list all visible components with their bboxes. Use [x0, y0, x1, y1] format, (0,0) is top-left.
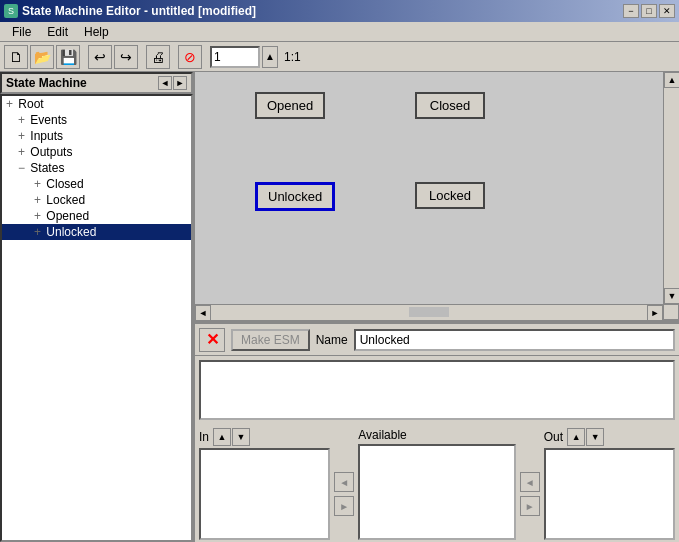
- available-section: Available: [358, 428, 516, 540]
- tree-header-label: State Machine: [6, 76, 87, 90]
- bottom-panel: ✕ Make ESM Name In ▲ ▼: [195, 322, 679, 542]
- move-from-out-button[interactable]: ►: [520, 496, 540, 516]
- opened-expand-icon: +: [34, 209, 41, 223]
- tree-header: State Machine ◄ ►: [0, 72, 193, 94]
- scroll-track-horizontal: [211, 305, 647, 320]
- tree-item-inputs[interactable]: + Inputs: [2, 128, 191, 144]
- delete-button[interactable]: ✕: [199, 328, 225, 352]
- state-closed-label: Closed: [430, 98, 470, 113]
- tree-item-opened[interactable]: + Opened: [2, 208, 191, 224]
- states-label: States: [30, 161, 64, 175]
- tree-item-locked[interactable]: + Locked: [2, 192, 191, 208]
- title-text: State Machine Editor - untitled [modifie…: [22, 4, 256, 18]
- delete-icon: ✕: [206, 330, 219, 349]
- state-locked[interactable]: Locked: [415, 182, 485, 209]
- available-list[interactable]: [358, 444, 516, 540]
- new-button[interactable]: 🗋: [4, 45, 28, 69]
- title-bar-left: S State Machine Editor - untitled [modif…: [4, 4, 256, 18]
- zoom-arrow-button[interactable]: ▲: [262, 46, 278, 68]
- title-buttons: − □ ✕: [623, 4, 675, 18]
- left-panel: State Machine ◄ ► + Root + Events + Inpu…: [0, 72, 195, 542]
- out-up-button[interactable]: ▲: [567, 428, 585, 446]
- in-label: In: [199, 430, 209, 444]
- out-header-row: Out ▲ ▼: [544, 428, 675, 446]
- in-down-button[interactable]: ▼: [232, 428, 250, 446]
- menu-edit[interactable]: Edit: [39, 23, 76, 41]
- scroll-right-button[interactable]: ►: [647, 305, 663, 321]
- maximize-button[interactable]: □: [641, 4, 657, 18]
- main-content: State Machine ◄ ► + Root + Events + Inpu…: [0, 72, 679, 542]
- states-expand-icon: −: [18, 161, 25, 175]
- canvas-area[interactable]: Opened Closed Unlocked Locked ▲ ▼: [195, 72, 679, 322]
- menu-file[interactable]: File: [4, 23, 39, 41]
- scroll-down-button[interactable]: ▼: [664, 288, 679, 304]
- in-arrows: ▲ ▼: [213, 428, 250, 446]
- tree-item-states[interactable]: − States: [2, 160, 191, 176]
- state-unlocked-label: Unlocked: [268, 189, 322, 204]
- make-esm-button[interactable]: Make ESM: [231, 329, 310, 351]
- toolbar: 🗋 📂 💾 ↩ ↪ 🖨 ⊘ ▲ 1:1: [0, 42, 679, 72]
- locked-expand-icon: +: [34, 193, 41, 207]
- out-down-button[interactable]: ▼: [586, 428, 604, 446]
- right-panel: Opened Closed Unlocked Locked ▲ ▼: [195, 72, 679, 542]
- out-label: Out: [544, 430, 563, 444]
- locked-label: Locked: [46, 193, 85, 207]
- scroll-up-button[interactable]: ▲: [664, 72, 679, 88]
- closed-expand-icon: +: [34, 177, 41, 191]
- move-from-in-button[interactable]: ►: [334, 496, 354, 516]
- out-arrows: ▲ ▼: [567, 428, 604, 446]
- available-label: Available: [358, 428, 406, 442]
- mid-arrows-right: ◄ ►: [520, 428, 540, 540]
- menu-bar: File Edit Help: [0, 22, 679, 42]
- move-to-in-button[interactable]: ◄: [334, 472, 354, 492]
- outputs-label: Outputs: [30, 145, 72, 159]
- bottom-lists-area: In ▲ ▼ ◄ ► Available: [195, 424, 679, 542]
- in-section: In ▲ ▼: [199, 428, 330, 540]
- root-expand-icon: +: [6, 97, 13, 111]
- out-list[interactable]: [544, 448, 675, 540]
- outputs-expand-icon: +: [18, 145, 25, 159]
- tree-item-closed[interactable]: + Closed: [2, 176, 191, 192]
- minimize-button[interactable]: −: [623, 4, 639, 18]
- save-button[interactable]: 💾: [56, 45, 80, 69]
- events-label: Events: [30, 113, 67, 127]
- state-closed[interactable]: Closed: [415, 92, 485, 119]
- tree-header-btn1[interactable]: ◄: [158, 76, 172, 90]
- bottom-code-area[interactable]: [199, 360, 675, 420]
- move-to-out-button[interactable]: ◄: [520, 472, 540, 492]
- unlocked-expand-icon: +: [34, 225, 41, 239]
- in-list[interactable]: [199, 448, 330, 540]
- redo-button[interactable]: ↪: [114, 45, 138, 69]
- events-expand-icon: +: [18, 113, 25, 127]
- state-unlocked[interactable]: Unlocked: [255, 182, 335, 211]
- canvas-scrollbar-vertical[interactable]: ▲ ▼: [663, 72, 679, 304]
- state-opened[interactable]: Opened: [255, 92, 325, 119]
- name-input[interactable]: [354, 329, 675, 351]
- bottom-toolbar: ✕ Make ESM Name: [195, 324, 679, 356]
- menu-help[interactable]: Help: [76, 23, 117, 41]
- zoom-label: 1:1: [280, 50, 305, 64]
- scroll-track-vertical: [664, 88, 679, 288]
- tree-item-events[interactable]: + Events: [2, 112, 191, 128]
- tree-header-btn2[interactable]: ►: [173, 76, 187, 90]
- open-button[interactable]: 📂: [30, 45, 54, 69]
- in-header-row: In ▲ ▼: [199, 428, 330, 446]
- undo-button[interactable]: ↩: [88, 45, 112, 69]
- closed-label: Closed: [46, 177, 83, 191]
- close-button[interactable]: ✕: [659, 4, 675, 18]
- tree-item-root[interactable]: + Root: [2, 96, 191, 112]
- unlocked-label: Unlocked: [46, 225, 96, 239]
- tree-container[interactable]: + Root + Events + Inputs + Outputs − Sta…: [0, 94, 193, 542]
- root-label: Root: [18, 97, 43, 111]
- inputs-label: Inputs: [30, 129, 63, 143]
- stop-button[interactable]: ⊘: [178, 45, 202, 69]
- tree-item-unlocked[interactable]: + Unlocked: [2, 224, 191, 240]
- print-button[interactable]: 🖨: [146, 45, 170, 69]
- tree-header-buttons: ◄ ►: [158, 76, 187, 90]
- zoom-input[interactable]: [210, 46, 260, 68]
- inputs-expand-icon: +: [18, 129, 25, 143]
- in-up-button[interactable]: ▲: [213, 428, 231, 446]
- canvas-scrollbar-horizontal[interactable]: ◄ ►: [195, 304, 663, 320]
- tree-item-outputs[interactable]: + Outputs: [2, 144, 191, 160]
- scroll-left-button[interactable]: ◄: [195, 305, 211, 321]
